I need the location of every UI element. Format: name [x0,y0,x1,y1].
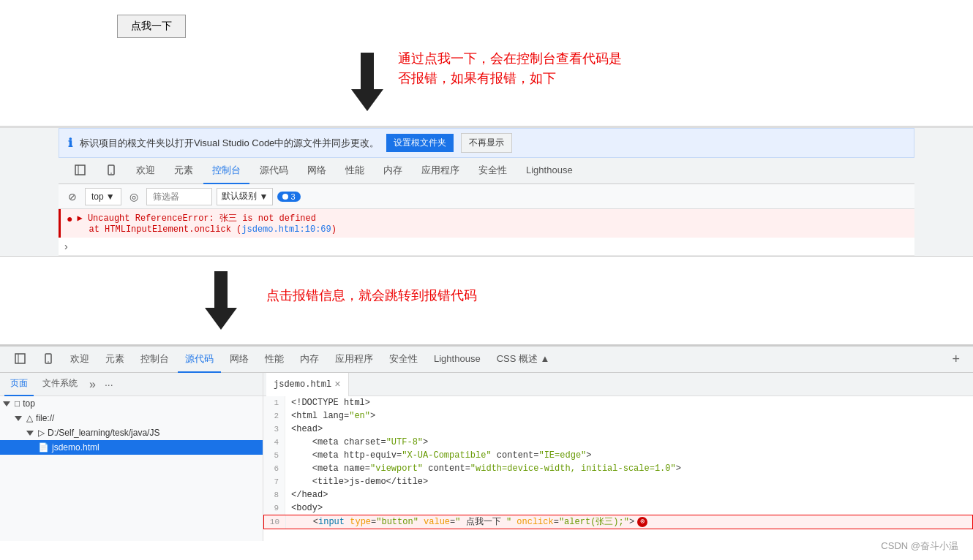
folder-icon-top: □ [15,398,20,409]
sidebar-tab-filesystem[interactable]: 文件系统 [37,373,83,396]
console-area: ● ▶ Uncaught ReferenceError: 张三 is not d… [59,209,914,256]
code-line-4: 4 <meta charset="UTF-8"> [263,436,973,449]
expand-icon-folder [26,431,34,436]
tab-security-bottom[interactable]: 安全性 [382,347,425,373]
eye-icon-button[interactable]: ◎ [126,189,142,205]
tree-label-folder: D:/Self_learning/tesk/java/JS [48,428,159,438]
error-content: ▶ Uncaught ReferenceError: 张三 is not def… [77,212,336,235]
devtools-top-toolbar: ⊘ top ▼ ◎ 默认级别 ▼ 3 [59,184,914,209]
inspect-icon [75,164,86,176]
folder-icon-file: △ [26,413,33,423]
level-label: 默认级别 [222,190,257,203]
code-line-1: 1 <!DOCTYPE html> [263,396,973,409]
tree-label-file: file:// [36,413,54,423]
error-link[interactable]: jsdemo.html:10:69 [241,224,331,235]
tab-lighthouse-bottom[interactable]: Lighthouse [427,347,488,373]
console-more-arrow[interactable]: › [59,238,914,255]
info-bar-text: 标识项目的根文件夹以打开Visual Studio Code中的源文件并同步更改… [80,137,379,150]
svg-point-7 [48,361,49,363]
tab-elements-top[interactable]: 元素 [165,158,202,184]
error-icon-red: ● [67,213,72,224]
tree-item-file[interactable]: △ file:// [0,411,263,425]
tab-performance-top[interactable]: 性能 [337,158,373,184]
sidebar-tab-page[interactable]: 页面 [4,373,34,396]
info-bar: ℹ 标识项目的根文件夹以打开Visual Studio Code中的源文件并同步… [59,128,914,158]
clear-console-button[interactable]: ⊘ [64,189,80,205]
set-root-button[interactable]: 设置根文件夹 [386,134,454,152]
tab-icon-2[interactable] [97,158,126,184]
mobile-icon [105,164,117,176]
tree-item-top[interactable]: □ top [0,396,263,411]
filter-input[interactable] [146,188,212,205]
tab-sources-top[interactable]: 源代码 [251,158,297,184]
devtools-top-tabs: 欢迎 元素 控制台 源代码 网络 性能 内存 应用程序 安全性 Lighthou… [59,158,914,184]
bottom-tab-icon2[interactable] [35,347,61,373]
devtools-bottom-panel: 欢迎 元素 控制台 源代码 网络 性能 内存 应用程序 安全性 Lighthou… [0,344,973,541]
error-main-text: ▶ Uncaught ReferenceError: 张三 is not def… [77,212,336,224]
tab-network-top[interactable]: 网络 [298,158,335,184]
error-mark-10: ⊗ [637,517,647,527]
tab-console-top[interactable]: 控制台 [203,158,249,184]
code-line-8: 8 </head> [263,488,973,502]
annotation-text-1: 通过点我一下，会在控制台查看代码是否报错，如果有报错，如下 [398,49,622,88]
sidebar-dots-button[interactable]: ··· [105,379,113,390]
demo-button[interactable]: 点我一下 [117,15,186,38]
tab-css-overview-bottom[interactable]: CSS 概述 ▲ [489,347,557,373]
error-row: ● ▶ Uncaught ReferenceError: 张三 is not d… [59,209,914,238]
tab-performance-bottom[interactable]: 性能 [258,347,291,373]
level-dropdown-icon: ▼ [260,192,268,202]
tree-item-jsdemo[interactable]: 📄 jsdemo.html [0,440,263,455]
code-tab-jsdemo[interactable]: jsdemo.html × [266,373,349,396]
error-dot [282,194,288,200]
tab-security-top[interactable]: 安全性 [470,158,516,184]
annotation-text-2: 点击报错信息，就会跳转到报错代码 [266,286,477,306]
code-line-7: 7 <title>js-demo</title> [263,475,973,488]
tab-lighthouse-top[interactable]: Lighthouse [517,158,582,184]
arrow-down-1 [351,53,383,111]
tab-memory-top[interactable]: 内存 [375,158,411,184]
devtools-bottom-tabs: 欢迎 元素 控制台 源代码 网络 性能 内存 应用程序 安全性 Lighthou… [0,347,973,373]
code-editor: jsdemo.html × 1 <!DOCTYPE html> 2 <html … [263,373,973,541]
tab-welcome-top[interactable]: 欢迎 [127,158,164,184]
sidebar-more-button[interactable]: » [86,378,99,391]
code-tab-bar: jsdemo.html × [263,373,973,396]
source-panel: 页面 文件系统 » ··· □ top △ file:// ▷ D:/Self_… [0,373,973,541]
annotation-area-1: 通过点我一下，会在控制台查看代码是否报错，如果有报错，如下 [117,45,856,111]
csdn-watermark: CSDN @奋斗小温 [881,540,958,553]
tree-item-folder[interactable]: ▷ D:/Self_learning/tesk/java/JS [0,425,263,440]
folder-icon-folder: ▷ [38,428,45,438]
sidebar-tree: 页面 文件系统 » ··· □ top △ file:// ▷ D:/Self_… [0,373,263,541]
svg-rect-0 [75,165,85,175]
tab-elements-bottom[interactable]: 元素 [98,347,132,373]
code-lines: 1 <!DOCTYPE html> 2 <html lang="en"> 3 <… [263,396,973,541]
tab-network-bottom[interactable]: 网络 [222,347,256,373]
top-selector[interactable]: top ▼ [85,188,121,205]
tree-label-jsdemo: jsdemo.html [52,442,99,453]
tab-icon-1[interactable] [66,158,95,184]
inspect-icon-bottom [15,353,26,365]
bottom-tab-icon1[interactable] [7,347,34,373]
code-line-5: 5 <meta http-equiv="X-UA-Compatible" con… [263,449,973,462]
code-tab-close[interactable]: × [334,379,340,390]
tab-sources-bottom[interactable]: 源代码 [178,347,221,373]
tab-memory-bottom[interactable]: 内存 [293,347,326,373]
sidebar-tabs: 页面 文件系统 » ··· [0,373,263,396]
tree-label-top: top [23,398,35,409]
tab-console-bottom[interactable]: 控制台 [133,347,176,373]
svg-point-3 [110,173,112,174]
code-tab-label: jsdemo.html [274,379,331,390]
level-selector[interactable]: 默认级别 ▼ [217,188,274,205]
demo-page: 点我一下 通过点我一下，会在控制台查看代码是否报错，如果有报错，如下 [0,0,973,126]
tab-application-top[interactable]: 应用程序 [413,158,468,184]
code-line-2: 2 <html lang="en"> [263,409,973,423]
add-tab-button[interactable]: + [946,352,966,367]
tab-application-bottom[interactable]: 应用程序 [328,347,380,373]
no-show-button[interactable]: 不再显示 [461,133,512,153]
error-count-badge[interactable]: 3 [277,192,300,202]
tab-welcome-bottom[interactable]: 欢迎 [63,347,97,373]
code-line-3: 3 <head> [263,423,973,436]
expand-icon-top [3,401,10,406]
code-line-6: 6 <meta name="viewport" content="width=d… [263,462,973,475]
arrow-down-2 [205,271,237,330]
top-label: top [91,192,104,202]
